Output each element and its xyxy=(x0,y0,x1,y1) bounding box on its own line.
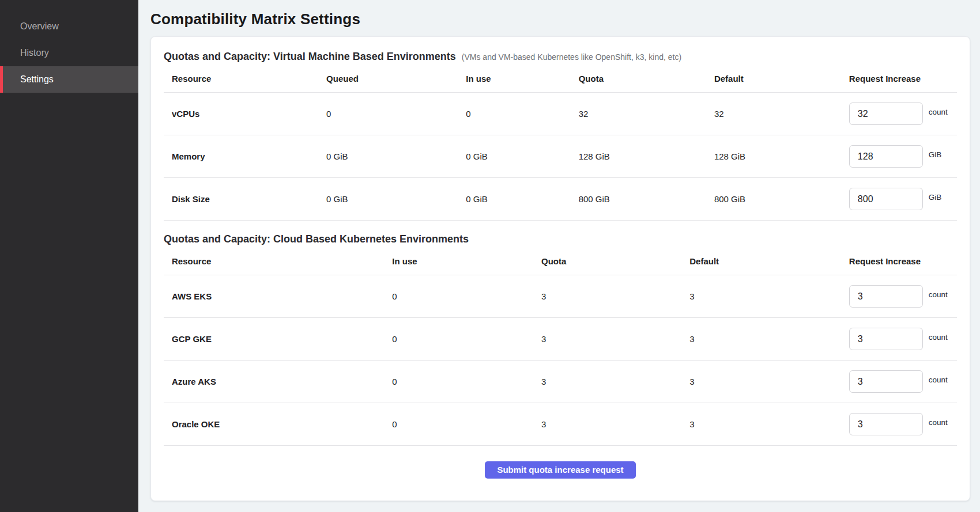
cloud-col-resource: Resource xyxy=(164,256,392,266)
cloud-section-heading: Quotas and Capacity: Cloud Based Kuberne… xyxy=(164,233,957,245)
quota-settings-card: Quotas and Capacity: Virtual Machine Bas… xyxy=(150,36,970,501)
aws-eks-in-use-value: 0 xyxy=(392,291,541,301)
memory-in-use-value: 0 GiB xyxy=(466,151,578,161)
cloud-table-header-row: Resource In use Quota Default Request In… xyxy=(164,248,957,275)
vcpus-queued-value: 0 xyxy=(326,109,466,119)
sidebar-item-settings[interactable]: Settings xyxy=(0,66,138,93)
aws-eks-request-input[interactable] xyxy=(849,285,923,308)
aws-eks-default-value: 3 xyxy=(689,291,849,301)
disk-size-request-cell: GiB xyxy=(849,188,957,210)
azure-aks-resource-label: Azure AKS xyxy=(164,377,392,386)
oracle-oke-quota-value: 3 xyxy=(541,419,689,429)
vcpus-quota-value: 32 xyxy=(579,109,714,119)
disk-size-unit-label: GiB xyxy=(929,193,942,202)
memory-default-value: 128 GiB xyxy=(714,151,849,161)
cloud-col-request-increase: Request Increase xyxy=(849,256,957,266)
table-row-memory: Memory 0 GiB 0 GiB 128 GiB 128 GiB GiB xyxy=(164,135,957,178)
table-row-oracle-oke: Oracle OKE 0 3 3 count xyxy=(164,403,957,446)
vcpus-request-cell: count xyxy=(849,103,957,125)
table-row-aws-eks: AWS EKS 0 3 3 count xyxy=(164,275,957,318)
gcp-gke-request-input[interactable] xyxy=(849,328,923,350)
gcp-gke-default-value: 3 xyxy=(689,334,849,344)
disk-size-request-input[interactable] xyxy=(849,188,923,210)
vm-table-header-row: Resource Queued In use Quota Default Req… xyxy=(164,65,957,93)
oracle-oke-default-value: 3 xyxy=(689,419,849,429)
vm-col-queued: Queued xyxy=(326,74,466,84)
disk-size-in-use-value: 0 GiB xyxy=(466,194,578,204)
vm-section-heading: Quotas and Capacity: Virtual Machine Bas… xyxy=(164,51,957,63)
oracle-oke-in-use-value: 0 xyxy=(392,419,541,429)
oracle-oke-resource-label: Oracle OKE xyxy=(164,419,392,429)
vm-section-title: Quotas and Capacity: Virtual Machine Bas… xyxy=(164,51,456,63)
azure-aks-quota-value: 3 xyxy=(541,377,689,386)
vm-section-subtitle: (VMs and VM-based Kubernetes like OpenSh… xyxy=(462,52,681,62)
oracle-oke-request-cell: count xyxy=(849,413,957,435)
sidebar-item-settings-label: Settings xyxy=(20,74,54,85)
vm-col-request-increase: Request Increase xyxy=(849,74,957,84)
vm-quota-table: Resource Queued In use Quota Default Req… xyxy=(164,65,957,221)
aws-eks-resource-label: AWS EKS xyxy=(164,291,392,301)
submit-quota-increase-button[interactable]: Submit quota increase request xyxy=(485,461,635,479)
sidebar-item-overview-label: Overview xyxy=(20,21,59,32)
vm-col-default: Default xyxy=(714,74,849,84)
azure-aks-request-input[interactable] xyxy=(849,370,923,393)
cloud-col-quota: Quota xyxy=(541,256,689,266)
memory-unit-label: GiB xyxy=(929,150,942,159)
vm-col-in-use: In use xyxy=(466,74,578,84)
page-title: Compatibility Matrix Settings xyxy=(150,10,970,28)
disk-size-quota-value: 800 GiB xyxy=(579,194,714,204)
azure-aks-in-use-value: 0 xyxy=(392,377,541,386)
vcpus-resource-label: vCPUs xyxy=(164,109,326,119)
aws-eks-unit-label: count xyxy=(929,290,948,299)
disk-size-queued-value: 0 GiB xyxy=(326,194,466,204)
gcp-gke-unit-label: count xyxy=(929,333,948,342)
oracle-oke-unit-label: count xyxy=(929,418,948,427)
memory-quota-value: 128 GiB xyxy=(579,151,714,161)
cloud-quota-table: Resource In use Quota Default Request In… xyxy=(164,248,957,446)
cloud-section-title: Quotas and Capacity: Cloud Based Kuberne… xyxy=(164,233,469,245)
table-row-vcpus: vCPUs 0 0 32 32 count xyxy=(164,93,957,135)
sidebar-item-history-label: History xyxy=(20,48,49,58)
disk-size-default-value: 800 GiB xyxy=(714,194,849,204)
azure-aks-unit-label: count xyxy=(929,376,948,384)
azure-aks-request-cell: count xyxy=(849,370,957,393)
memory-resource-label: Memory xyxy=(164,151,326,161)
main-content: Compatibility Matrix Settings Quotas and… xyxy=(138,0,980,512)
card-footer: Submit quota increase request xyxy=(164,445,957,479)
gcp-gke-request-cell: count xyxy=(849,328,957,350)
table-row-azure-aks: Azure AKS 0 3 3 count xyxy=(164,361,957,403)
table-row-gcp-gke: GCP GKE 0 3 3 count xyxy=(164,318,957,361)
sidebar-item-overview[interactable]: Overview xyxy=(0,13,138,40)
memory-request-input[interactable] xyxy=(849,145,923,168)
vcpus-request-input[interactable] xyxy=(849,103,923,125)
sidebar: Overview History Settings xyxy=(0,0,138,512)
memory-queued-value: 0 GiB xyxy=(326,151,466,161)
azure-aks-default-value: 3 xyxy=(689,377,849,386)
gcp-gke-in-use-value: 0 xyxy=(392,334,541,344)
gcp-gke-resource-label: GCP GKE xyxy=(164,334,392,344)
disk-size-resource-label: Disk Size xyxy=(164,194,326,204)
vcpus-in-use-value: 0 xyxy=(466,109,578,119)
cloud-col-in-use: In use xyxy=(392,256,541,266)
sidebar-item-history[interactable]: History xyxy=(0,40,138,66)
vm-col-quota: Quota xyxy=(579,74,714,84)
aws-eks-request-cell: count xyxy=(849,285,957,308)
memory-request-cell: GiB xyxy=(849,145,957,168)
oracle-oke-request-input[interactable] xyxy=(849,413,923,435)
table-row-disk-size: Disk Size 0 GiB 0 GiB 800 GiB 800 GiB Gi… xyxy=(164,178,957,221)
gcp-gke-quota-value: 3 xyxy=(541,334,689,344)
vm-col-resource: Resource xyxy=(164,74,326,84)
cloud-col-default: Default xyxy=(689,256,849,266)
aws-eks-quota-value: 3 xyxy=(541,291,689,301)
vcpus-unit-label: count xyxy=(929,108,948,116)
vcpus-default-value: 32 xyxy=(714,109,849,119)
